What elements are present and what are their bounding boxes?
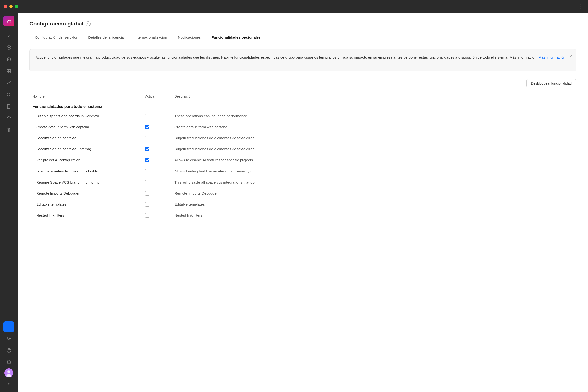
- feature-description: These operations can influence performan…: [172, 111, 576, 122]
- feature-description: This will disable all space vcs integrat…: [172, 177, 576, 188]
- window-controls: [4, 5, 18, 8]
- page-header: Configuración global ?: [30, 20, 576, 27]
- table-row: Localización en contexto Sugerir traducc…: [30, 132, 576, 144]
- checkbox-wrapper: [145, 136, 168, 140]
- col-header-desc: Descripción: [172, 92, 576, 100]
- feature-description: Create default form with captcha: [172, 122, 576, 132]
- titlebar: ⋮: [0, 0, 588, 13]
- group-label: Funcionalidades para todo el sistema: [30, 100, 576, 111]
- tabs-bar: Configuración del servidor Detalles de l…: [30, 33, 576, 42]
- checkbox-wrapper: [145, 213, 168, 218]
- svg-rect-4: [7, 71, 8, 73]
- unlock-feature-button[interactable]: Desbloquear funcionalidad: [526, 79, 576, 88]
- checkbox-wrapper: [145, 158, 168, 162]
- feature-name: Create default form with captcha: [30, 122, 142, 132]
- feature-checkbox[interactable]: [145, 158, 150, 162]
- svg-point-1: [8, 47, 10, 48]
- maximize-dot[interactable]: [15, 5, 18, 8]
- sidebar-item-stack[interactable]: [4, 124, 14, 135]
- sidebar-bottom: + »: [4, 322, 14, 389]
- col-header-active: Activa: [142, 92, 172, 100]
- feature-checkbox[interactable]: [145, 213, 150, 218]
- svg-point-9: [9, 95, 10, 96]
- feature-description: Sugerir traducciones de elementos de tex…: [172, 132, 576, 144]
- checkbox-wrapper: [145, 180, 168, 184]
- app-logo[interactable]: YT: [4, 16, 14, 26]
- svg-rect-5: [9, 71, 10, 73]
- tab-i18n[interactable]: Internacionalización: [129, 33, 172, 42]
- table-row: Editable templates Editable templates: [30, 199, 576, 210]
- feature-name: Per project AI configuration: [30, 154, 142, 166]
- checkbox-wrapper: [145, 202, 168, 206]
- feature-checkbox[interactable]: [145, 202, 150, 206]
- svg-point-7: [9, 93, 10, 94]
- sidebar-item-chart[interactable]: [4, 78, 14, 88]
- feature-name: Require Space VCS branch monitoring: [30, 177, 142, 188]
- sidebar-item-circle[interactable]: [4, 42, 14, 53]
- table-row: Load parameters from teamcity builds All…: [30, 166, 576, 177]
- table-row: Create default form with captcha Create …: [30, 122, 576, 132]
- feature-active-cell: [142, 166, 172, 177]
- banner-text: Active funcionalidades que mejoran la pr…: [36, 55, 538, 59]
- sidebar-item-bell[interactable]: [4, 357, 14, 368]
- feature-active-cell: [142, 199, 172, 210]
- sidebar-item-settings[interactable]: [4, 333, 14, 344]
- tab-notifications[interactable]: Notificaciones: [172, 33, 206, 42]
- feature-description: Sugerir traducciones de elementos de tex…: [172, 144, 576, 154]
- feature-active-cell: [142, 210, 172, 221]
- tab-license[interactable]: Detalles de la licencia: [83, 33, 129, 42]
- feature-checkbox[interactable]: [145, 136, 150, 140]
- feature-checkbox[interactable]: [145, 114, 150, 118]
- feature-checkbox[interactable]: [145, 169, 150, 174]
- sidebar-item-book[interactable]: [4, 101, 14, 112]
- feature-name: Editable templates: [30, 199, 142, 210]
- feature-checkbox[interactable]: [145, 180, 150, 184]
- feature-checkbox[interactable]: [145, 191, 150, 196]
- feature-checkbox[interactable]: [145, 125, 150, 129]
- feature-description: Nested link filters: [172, 210, 576, 221]
- sidebar-item-history[interactable]: [4, 54, 14, 65]
- checkbox-wrapper: [145, 191, 168, 196]
- feature-active-cell: [142, 122, 172, 132]
- checkbox-wrapper: [145, 125, 168, 129]
- sidebar-collapse-button[interactable]: »: [4, 378, 14, 389]
- table-row: Disable sprints and boards in workflow T…: [30, 111, 576, 122]
- table-row: Require Space VCS branch monitoring This…: [30, 177, 576, 188]
- feature-group-header: Funcionalidades para todo el sistema: [30, 100, 576, 111]
- svg-point-14: [7, 370, 10, 374]
- table-row: Nested link filters Nested link filters: [30, 210, 576, 221]
- sidebar-item-funnel[interactable]: [4, 113, 14, 124]
- close-dot[interactable]: [4, 5, 7, 8]
- minimize-dot[interactable]: [9, 5, 13, 8]
- checkbox-wrapper: [145, 147, 168, 152]
- feature-name: Disable sprints and boards in workflow: [30, 111, 142, 122]
- user-avatar[interactable]: [4, 368, 13, 377]
- page-title: Configuración global: [30, 20, 83, 27]
- svg-point-8: [7, 95, 8, 96]
- table-row: Per project AI configuration Allows to d…: [30, 154, 576, 166]
- table-row: Remote Imports Debugger Remote Imports D…: [30, 188, 576, 199]
- sidebar-item-check[interactable]: ✓: [4, 30, 14, 41]
- feature-checkbox[interactable]: [145, 147, 150, 152]
- feature-active-cell: [142, 111, 172, 122]
- feature-description: Allows loading build parameters from tea…: [172, 166, 576, 177]
- feature-name: Nested link filters: [30, 210, 142, 221]
- features-table: Nombre Activa Descripción Funcionalidade…: [30, 92, 576, 221]
- svg-point-6: [7, 93, 8, 94]
- tab-server[interactable]: Configuración del servidor: [30, 33, 83, 42]
- feature-name: Localización en contexto (interna): [30, 144, 142, 154]
- page-help-icon[interactable]: ?: [86, 21, 91, 26]
- feature-active-cell: [142, 177, 172, 188]
- banner-close-button[interactable]: ×: [570, 53, 572, 60]
- tab-features[interactable]: Funcionalidades opcionales: [206, 33, 266, 42]
- sidebar-item-help[interactable]: [4, 345, 14, 356]
- col-header-name: Nombre: [30, 92, 142, 100]
- add-button[interactable]: +: [4, 322, 14, 332]
- sidebar-item-board[interactable]: [4, 66, 14, 76]
- svg-rect-2: [7, 69, 8, 71]
- sidebar-item-apps[interactable]: [4, 89, 14, 100]
- titlebar-menu-icon[interactable]: ⋮: [578, 3, 584, 10]
- feature-name: Localización en contexto: [30, 132, 142, 144]
- table-row: Localización en contexto (interna) Suger…: [30, 144, 576, 154]
- feature-description: Editable templates: [172, 199, 576, 210]
